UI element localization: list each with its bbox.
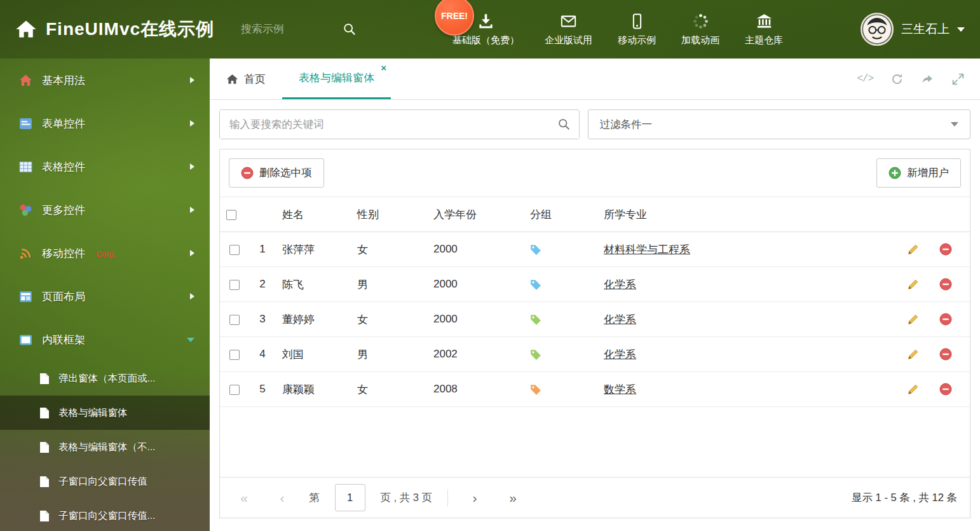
major-link[interactable]: 数学系 — [604, 383, 636, 396]
sidebar-item-page-layout[interactable]: 页面布局 — [0, 275, 210, 318]
nav-enterprise-trial[interactable]: 企业版试用 — [545, 13, 592, 46]
cell-year: 2000 — [427, 232, 524, 267]
chevron-down-icon — [957, 27, 965, 32]
minus-circle-icon — [241, 167, 254, 179]
delete-icon[interactable] — [939, 243, 952, 256]
chevron-right-icon — [190, 250, 194, 256]
cell-name: 陈飞 — [276, 267, 351, 302]
nav-mobile-demo[interactable]: 移动示例 — [618, 13, 656, 46]
search-icon[interactable] — [557, 118, 571, 131]
share-icon[interactable] — [921, 72, 934, 86]
major-link[interactable]: 化学系 — [604, 314, 636, 326]
edit-icon[interactable] — [907, 243, 920, 256]
filter-select[interactable]: 过滤条件一 — [588, 109, 971, 139]
sidebar-subitem-table-edit-window-alt[interactable]: 表格与编辑窗体（不... — [0, 430, 210, 464]
filter-row: 过滤条件一 — [219, 109, 970, 139]
next-page-button[interactable]: › — [463, 490, 486, 506]
code-icon[interactable]: </> — [857, 73, 873, 85]
row-checkbox[interactable] — [229, 280, 240, 290]
sidebar-subitem-popup-window[interactable]: 弹出窗体（本页面或... — [0, 361, 210, 396]
tab-toolbar: </> — [857, 59, 980, 99]
delete-icon[interactable] — [939, 348, 952, 361]
row-checkbox[interactable] — [229, 385, 240, 395]
search-icon[interactable] — [343, 22, 357, 36]
sidebar-item-form-controls[interactable]: 表单控件 — [0, 102, 210, 145]
tag-icon — [530, 244, 541, 256]
first-page-button[interactable]: « — [233, 490, 255, 506]
edit-icon[interactable] — [907, 313, 920, 326]
sidebar-item-label: 内联框架 — [42, 333, 85, 347]
delete-icon[interactable] — [939, 313, 952, 326]
major-link[interactable]: 化学系 — [604, 348, 636, 361]
sidebar-subitem-label: 表格与编辑窗体（不... — [58, 441, 155, 454]
nav-label: 主题仓库 — [745, 34, 783, 46]
sidebar-subitem-child-to-parent[interactable]: 子窗口向父窗口传值 — [0, 464, 210, 499]
sidebar-item-inline-frame[interactable]: 内联框架 — [0, 318, 210, 361]
last-page-button[interactable]: » — [501, 490, 524, 506]
sidebar-subitem-label: 表格与编辑窗体 — [58, 406, 128, 420]
delete-icon[interactable] — [939, 278, 952, 291]
table-row: 2 陈飞 男 2000 化学系 — [220, 267, 970, 302]
user-menu[interactable]: 三生石上 — [861, 13, 965, 46]
sidebar: 基本用法 表单控件 表格控件 更多控件 — [0, 59, 210, 531]
table-row: 3 董婷婷 女 2000 化学系 — [220, 302, 970, 337]
home-icon[interactable] — [15, 18, 37, 40]
cell-gender: 男 — [351, 337, 427, 372]
major-link[interactable]: 材料科学与工程系 — [604, 244, 690, 256]
tab-label: 首页 — [244, 72, 266, 86]
chevron-right-icon — [190, 163, 194, 170]
row-checkbox[interactable] — [229, 315, 240, 325]
table-row: 1 张萍萍 女 2000 材料科学与工程系 — [220, 232, 970, 267]
expand-icon[interactable] — [951, 72, 965, 86]
pages-total-label: 页 , 共 3 页 — [381, 491, 433, 505]
delete-icon[interactable] — [939, 383, 952, 396]
select-all-checkbox[interactable] — [226, 210, 236, 220]
close-icon[interactable]: × — [381, 63, 386, 72]
corp-badge: Corp. — [96, 250, 116, 259]
row-checkbox[interactable] — [229, 245, 240, 255]
cell-year: 2008 — [427, 372, 524, 407]
cell-gender: 女 — [351, 232, 427, 267]
nav-theme-store[interactable]: 主题仓库 — [745, 13, 783, 46]
sidebar-item-mobile-controls[interactable]: 移动控件 Corp. — [0, 231, 210, 275]
users-table: 姓名 性别 入学年份 分组 所学专业 1 张萍萍 — [220, 197, 970, 407]
refresh-icon[interactable] — [890, 72, 904, 86]
delete-selected-button[interactable]: 删除选中项 — [229, 158, 324, 188]
sidebar-subitem-table-edit-window[interactable]: 表格与编辑窗体 — [0, 396, 210, 430]
chevron-down-icon — [187, 338, 194, 342]
keyword-search-input[interactable] — [220, 110, 579, 139]
home-icon — [19, 74, 32, 87]
file-icon — [39, 373, 50, 385]
chevron-right-icon — [190, 207, 194, 213]
mobile-icon — [629, 13, 646, 30]
cell-gender: 男 — [351, 267, 427, 302]
column-header-year: 入学年份 — [427, 197, 524, 232]
edit-icon[interactable] — [907, 278, 920, 291]
header-search-input[interactable] — [241, 23, 343, 36]
sidebar-subitem-child-to-parent-alt[interactable]: 子窗口向父窗口传值... — [0, 499, 210, 531]
page-input[interactable] — [335, 484, 365, 511]
tab-label: 表格与编辑窗体 — [299, 71, 374, 85]
tab-table-edit-window[interactable]: 表格与编辑窗体 × — [282, 59, 391, 99]
page-content: 过滤条件一 删除选中项 新增用户 — [210, 100, 980, 531]
sidebar-item-basic-usage[interactable]: 基本用法 — [0, 59, 210, 102]
cell-name: 康颖颖 — [276, 372, 351, 407]
sidebar-item-more-controls[interactable]: 更多控件 — [0, 188, 210, 231]
edit-icon[interactable] — [907, 348, 920, 361]
nav-loading-animation[interactable]: 加载动画 — [681, 13, 719, 46]
chevron-down-icon — [951, 122, 958, 127]
sidebar-item-label: 表单控件 — [42, 116, 85, 131]
sidebar-item-table-controls[interactable]: 表格控件 — [0, 145, 210, 188]
major-link[interactable]: 化学系 — [604, 279, 636, 291]
home-icon — [226, 73, 238, 85]
sidebar-subitem-label: 子窗口向父窗口传值... — [58, 509, 155, 523]
edit-icon[interactable] — [907, 383, 920, 396]
form-icon — [19, 117, 32, 130]
row-number: 1 — [249, 232, 276, 267]
add-user-button[interactable]: 新增用户 — [876, 158, 961, 188]
tab-home[interactable]: 首页 — [210, 59, 282, 99]
table-row: 5 康颖颖 女 2008 数学系 — [220, 372, 970, 407]
row-checkbox[interactable] — [229, 350, 240, 360]
cell-year: 2002 — [427, 337, 524, 372]
prev-page-button[interactable]: ‹ — [271, 490, 294, 506]
